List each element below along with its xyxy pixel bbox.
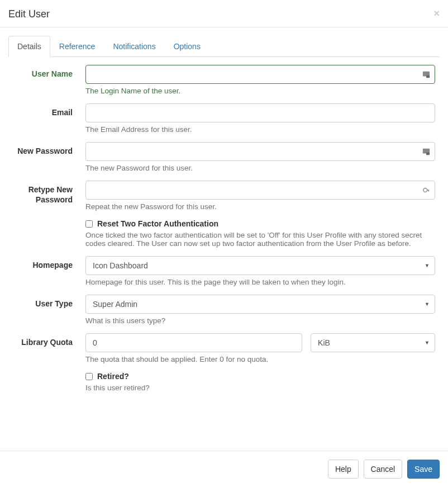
help-retired: Is this user retired? bbox=[85, 384, 435, 392]
help-username: The Login Name of the user. bbox=[85, 87, 435, 95]
help-reset-2fa: Once ticked the two factor authenticatio… bbox=[85, 231, 435, 248]
homepage-select[interactable]: Icon Dashboard bbox=[85, 256, 435, 275]
tab-reference[interactable]: Reference bbox=[50, 36, 104, 57]
reset-2fa-checkbox[interactable] bbox=[85, 220, 93, 228]
row-retired: Retired? Is this user retired? bbox=[8, 372, 440, 392]
row-library-quota: Library Quota KiB The quota that should … bbox=[8, 333, 440, 363]
label-retype-password: Retype New Password bbox=[8, 181, 81, 211]
retired-checkbox[interactable] bbox=[85, 373, 93, 380]
new-password-input[interactable] bbox=[85, 142, 435, 161]
library-quota-unit-select[interactable]: KiB bbox=[311, 333, 435, 352]
cancel-button[interactable]: Cancel bbox=[364, 460, 403, 479]
label-user-type: User Type bbox=[8, 295, 81, 325]
modal-header: Edit User × bbox=[0, 0, 448, 27]
row-email: Email The Email Address for this user. bbox=[8, 103, 440, 134]
row-homepage: Homepage Icon Dashboard Homepage for thi… bbox=[8, 256, 440, 286]
help-homepage: Homepage for this user. This is the page… bbox=[85, 278, 435, 286]
save-button[interactable]: Save bbox=[407, 460, 440, 479]
modal-body: Details Reference Notifications Options … bbox=[0, 27, 448, 392]
help-new-password: The new Password for this user. bbox=[85, 164, 435, 172]
help-button[interactable]: Help bbox=[328, 460, 359, 479]
help-user-type: What is this users type? bbox=[85, 316, 435, 325]
modal-title: Edit User bbox=[8, 8, 440, 20]
row-username: User Name The Login Name of the user. bbox=[8, 65, 440, 95]
label-new-password: New Password bbox=[8, 142, 81, 172]
row-reset-2fa: Reset Two Factor Authentication Once tic… bbox=[8, 219, 440, 248]
label-username: User Name bbox=[8, 65, 81, 95]
help-retype-password: Repeat the new Password for this user. bbox=[85, 202, 435, 211]
library-quota-input[interactable] bbox=[85, 333, 302, 352]
modal-footer: Help Cancel Save bbox=[0, 451, 448, 487]
close-button[interactable]: × bbox=[433, 8, 440, 18]
tab-details[interactable]: Details bbox=[8, 36, 50, 57]
label-homepage: Homepage bbox=[8, 256, 81, 286]
row-new-password: New Password The new Password for this u… bbox=[8, 142, 440, 172]
label-email: Email bbox=[8, 103, 81, 134]
row-user-type: User Type Super Admin What is this users… bbox=[8, 295, 440, 325]
username-input[interactable] bbox=[85, 65, 435, 84]
tab-list: Details Reference Notifications Options bbox=[8, 36, 440, 57]
label-library-quota: Library Quota bbox=[8, 333, 81, 363]
label-reset-2fa: Reset Two Factor Authentication bbox=[97, 219, 218, 228]
user-type-select[interactable]: Super Admin bbox=[85, 295, 435, 314]
label-retired: Retired? bbox=[97, 372, 129, 381]
tab-notifications[interactable]: Notifications bbox=[104, 36, 164, 57]
retype-password-input[interactable] bbox=[85, 181, 435, 200]
help-library-quota: The quota that should be applied. Enter … bbox=[85, 355, 435, 363]
help-email: The Email Address for this user. bbox=[85, 125, 435, 134]
email-input[interactable] bbox=[85, 103, 435, 122]
row-retype-password: Retype New Password Repeat the new Passw… bbox=[8, 181, 440, 211]
tab-options[interactable]: Options bbox=[165, 36, 209, 57]
